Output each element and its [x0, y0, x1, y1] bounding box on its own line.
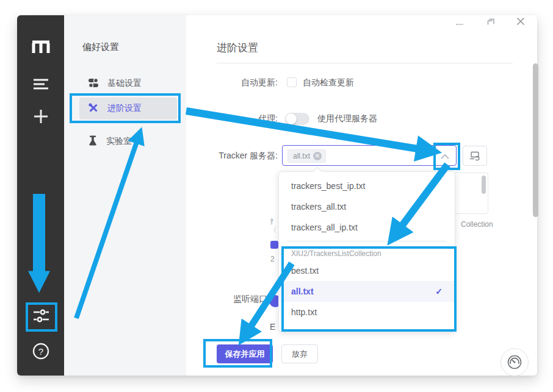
textarea-scrollbar-thumb[interactable]	[482, 176, 486, 194]
discard-button[interactable]: 放弃	[281, 344, 318, 363]
nav-item-basic[interactable]: 基础设置	[79, 73, 177, 94]
dropdown-group-label: XIU2/TrackersListCollection	[279, 242, 455, 260]
hint-text-fragment: Collection	[461, 220, 493, 229]
sync-trackers-button[interactable]	[463, 146, 487, 166]
text-fragment: 扌	[270, 217, 276, 226]
nav-item-label: 实验室	[106, 136, 132, 147]
dropdown-option[interactable]: trackers_all_ip.txt	[279, 217, 455, 238]
close-button[interactable]	[516, 16, 526, 28]
restore-icon	[486, 17, 496, 26]
minimize-button[interactable]	[455, 20, 464, 30]
tracker-tag-label: all.txt	[293, 152, 310, 160]
preferences-title: 偏好设置	[82, 41, 119, 53]
speed-gauge-button[interactable]	[501, 348, 529, 376]
text-fragment: 2	[270, 255, 275, 263]
nav-item-label: 基础设置	[107, 78, 142, 89]
save-button[interactable]: 保存并应用	[217, 344, 273, 363]
auto-update-checkbox-label: 自动检查更新	[303, 77, 354, 88]
task-list-icon[interactable]	[17, 78, 64, 90]
main-sidebar: ?	[17, 15, 64, 376]
check-icon: ✓	[435, 281, 443, 302]
lab-flask-icon	[88, 135, 98, 148]
tracker-servers-label: Tracker 服务器:	[170, 151, 278, 162]
tag-close-icon[interactable]: ✕	[313, 152, 322, 160]
chevron-up-icon[interactable]	[440, 152, 450, 163]
toggles-icon	[88, 78, 99, 90]
minimize-icon	[455, 20, 464, 29]
dropdown-notch	[313, 167, 322, 176]
toggle-knob	[286, 113, 297, 124]
dropdown-option[interactable]: trackers_all.txt	[279, 196, 455, 217]
main-scrollbar-thumb[interactable]	[533, 63, 538, 217]
dropdown-option[interactable]: trackers_best_ip.txt	[279, 176, 455, 196]
speed-gauge-icon	[507, 354, 522, 370]
nav-item-lab[interactable]: 实验室	[79, 130, 177, 152]
add-task-icon[interactable]	[17, 109, 64, 124]
nav-item-label: 进阶设置	[107, 103, 142, 114]
help-question-icon[interactable]: ?	[17, 343, 64, 360]
title-divider	[217, 63, 513, 63]
text-fragment: 〈	[270, 226, 276, 235]
nav-item-advanced[interactable]: 进阶设置	[79, 98, 177, 119]
tracker-select-input[interactable]: all.txt ✕	[282, 145, 457, 166]
wrench-tools-icon	[88, 102, 99, 115]
sync-trackers-icon	[469, 151, 480, 161]
listen-port-label: 监听端口	[233, 294, 267, 305]
dropdown-option-selected[interactable]: all.txt ✓	[279, 281, 455, 302]
preferences-sliders-icon[interactable]	[17, 307, 64, 325]
auto-update-checkbox[interactable]	[287, 77, 297, 87]
dropdown-option[interactable]: http.txt	[279, 302, 455, 323]
tracker-dropdown-panel: trackers_best_ip.txt trackers_all.txt tr…	[278, 171, 455, 332]
text-fragment: E	[270, 322, 275, 332]
auto-update-label: 自动更新:	[170, 77, 278, 88]
dropdown-option-label: all.txt	[291, 281, 314, 302]
motrix-logo	[17, 38, 64, 55]
proxy-label: 代理:	[170, 113, 278, 124]
page-title: 进阶设置	[217, 41, 258, 55]
dropdown-divider	[287, 241, 446, 241]
proxy-toggle-label: 使用代理服务器	[317, 113, 377, 124]
checked-checkbox-fragment[interactable]	[270, 241, 278, 249]
maximize-button[interactable]	[486, 17, 496, 28]
tracker-tag: all.txt ✕	[287, 149, 326, 163]
svg-text:?: ?	[38, 346, 43, 357]
preferences-nav-panel: 偏好设置 基础设置	[64, 15, 186, 376]
close-icon	[516, 16, 526, 26]
dropdown-option[interactable]: best.txt	[279, 260, 455, 281]
proxy-toggle[interactable]	[285, 113, 309, 125]
app-window: ? 偏好设置 基础设置	[17, 15, 537, 376]
